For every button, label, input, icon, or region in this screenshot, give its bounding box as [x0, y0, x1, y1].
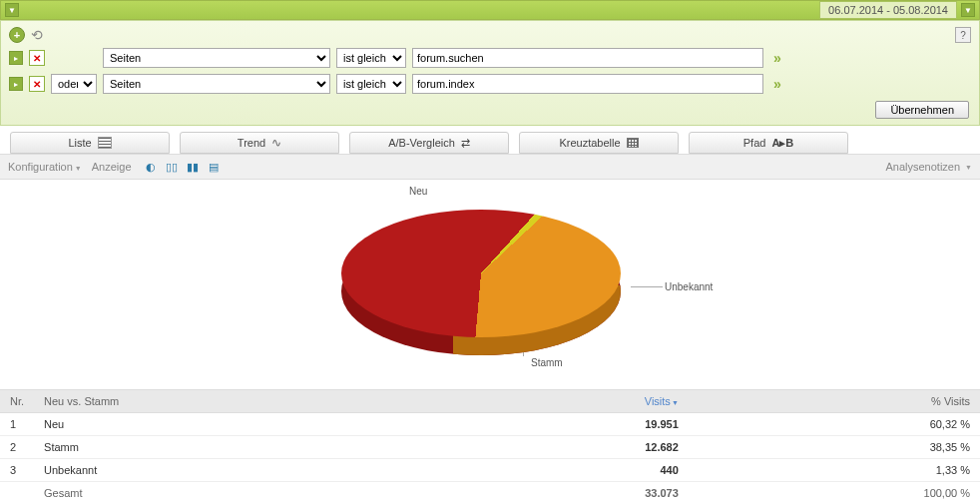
tab-pfad[interactable]: Pfad A▸B [689, 132, 848, 154]
path-icon: A▸B [771, 137, 793, 150]
table-row[interactable]: 3 Unbekannt 440 1,33 % [0, 459, 980, 482]
cell-name: Stamm [34, 436, 451, 459]
view-tabs: Liste Trend ∿ A/B-Vergleich ⇄ Kreuztabel… [0, 126, 980, 154]
filter-row: ▸ ✕ Seiten ist gleich » [5, 45, 975, 71]
tab-ab-vergleich[interactable]: A/B-Vergleich ⇄ [349, 132, 509, 154]
row-handle-icon[interactable]: ▸ [9, 77, 23, 91]
remove-filter-button[interactable]: ✕ [29, 76, 45, 92]
tab-label: Pfad [743, 137, 766, 149]
conjunction-select[interactable]: oder [51, 74, 97, 94]
notes-dropdown[interactable]: Analysenotizen [885, 161, 972, 173]
filter-row: ▸ ✕ oder Seiten ist gleich » [5, 71, 975, 97]
cell-name: Neu [34, 413, 451, 436]
tab-label: Kreuztabelle [559, 137, 620, 149]
chart-area: Neu Unbekannt Stamm [0, 180, 980, 389]
help-icon[interactable]: ? [955, 27, 971, 43]
tab-label: Liste [68, 137, 91, 149]
col-name[interactable]: Neu vs. Stamm [34, 390, 451, 413]
tab-kreuztabelle[interactable]: Kreuztabelle [519, 132, 679, 154]
table-header-row: Nr. Neu vs. Stamm Visits % Visits [0, 390, 980, 413]
table-row[interactable]: 1 Neu 19.951 60,32 % [0, 413, 980, 436]
column-view-icon[interactable]: ▮▮ [184, 159, 202, 175]
view-label: Anzeige [92, 161, 132, 173]
cell-visits: 19.951 [451, 413, 688, 436]
cell-nr: 2 [0, 436, 34, 459]
tab-trend[interactable]: Trend ∿ [180, 132, 339, 154]
add-filter-icon[interactable]: + [9, 27, 25, 43]
cell-total-label: Gesamt [34, 482, 451, 503]
cell-total-visits: 33.073 [451, 482, 688, 503]
list-icon [98, 137, 112, 149]
operator-select[interactable]: ist gleich [336, 74, 406, 94]
apply-row-icon[interactable]: » [769, 76, 785, 92]
tab-label: A/B-Vergleich [388, 137, 455, 149]
top-bar: ▼ 06.07.2014 - 05.08.2014 ▼ [0, 0, 980, 20]
cell-pct: 60,32 % [689, 413, 980, 436]
pie-label-unbekannt: Unbekannt [665, 281, 713, 292]
cell-visits: 440 [451, 459, 688, 482]
cell-name: Unbekannt [34, 459, 451, 482]
bar-view-icon[interactable]: ▯▯ [163, 159, 181, 175]
sort-desc-icon [671, 395, 679, 407]
tab-label: Trend [238, 137, 265, 149]
view-icons: ◐ ▯▯ ▮▮ ▤ [142, 159, 223, 175]
compare-icon: ⇄ [461, 137, 470, 150]
leader-line [631, 286, 663, 287]
data-table: Nr. Neu vs. Stamm Visits % Visits 1 Neu … [0, 389, 980, 502]
apply-button[interactable]: Übernehmen [875, 101, 969, 119]
cell-nr: 3 [0, 459, 34, 482]
tab-liste[interactable]: Liste [10, 132, 170, 154]
filter-value-input[interactable] [412, 74, 763, 94]
col-pct[interactable]: % Visits [689, 390, 980, 413]
pie-chart [341, 210, 621, 349]
apply-row-icon[interactable]: » [769, 50, 785, 66]
filter-toolbar: + ⟲ ? [5, 25, 975, 45]
row-handle-icon[interactable]: ▸ [9, 51, 23, 65]
next-period-button[interactable]: ▼ [961, 3, 975, 17]
pie-view-icon[interactable]: ◐ [142, 159, 160, 175]
crosstable-icon [627, 138, 639, 148]
table-total-row: Gesamt 33.073 100,00 % [0, 482, 980, 503]
trend-icon: ∿ [271, 136, 281, 150]
col-nr[interactable]: Nr. [0, 390, 34, 413]
table-view-icon[interactable]: ▤ [205, 159, 223, 175]
prev-period-button[interactable]: ▼ [5, 3, 19, 17]
refresh-icon[interactable]: ⟲ [31, 27, 43, 43]
pie-label-stamm: Stamm [531, 357, 563, 368]
remove-filter-button[interactable]: ✕ [29, 50, 45, 66]
operator-select[interactable]: ist gleich [336, 48, 406, 68]
filter-value-input[interactable] [412, 48, 763, 68]
cell-pct: 1,33 % [689, 459, 980, 482]
dimension-select[interactable]: Seiten [103, 48, 330, 68]
pie-label-neu: Neu [409, 186, 427, 197]
col-visits[interactable]: Visits [451, 390, 688, 413]
table-row[interactable]: 2 Stamm 12.682 38,35 % [0, 436, 980, 459]
date-range[interactable]: 06.07.2014 - 05.08.2014 [819, 1, 957, 19]
dimension-select[interactable]: Seiten [103, 74, 330, 94]
config-dropdown[interactable]: Konfiguration [8, 161, 82, 173]
cell-pct: 38,35 % [689, 436, 980, 459]
config-bar: Konfiguration Anzeige ◐ ▯▯ ▮▮ ▤ Analysen… [0, 154, 980, 180]
cell-visits: 12.682 [451, 436, 688, 459]
cell-nr: 1 [0, 413, 34, 436]
filter-panel: + ⟲ ? ▸ ✕ Seiten ist gleich » ▸ ✕ oder S… [0, 20, 980, 126]
cell-total-pct: 100,00 % [689, 482, 980, 503]
